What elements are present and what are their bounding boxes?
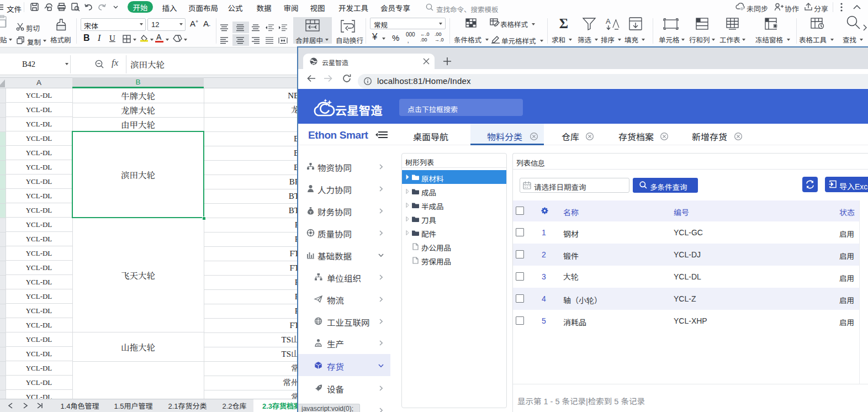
- svg-text:A: A: [606, 17, 611, 25]
